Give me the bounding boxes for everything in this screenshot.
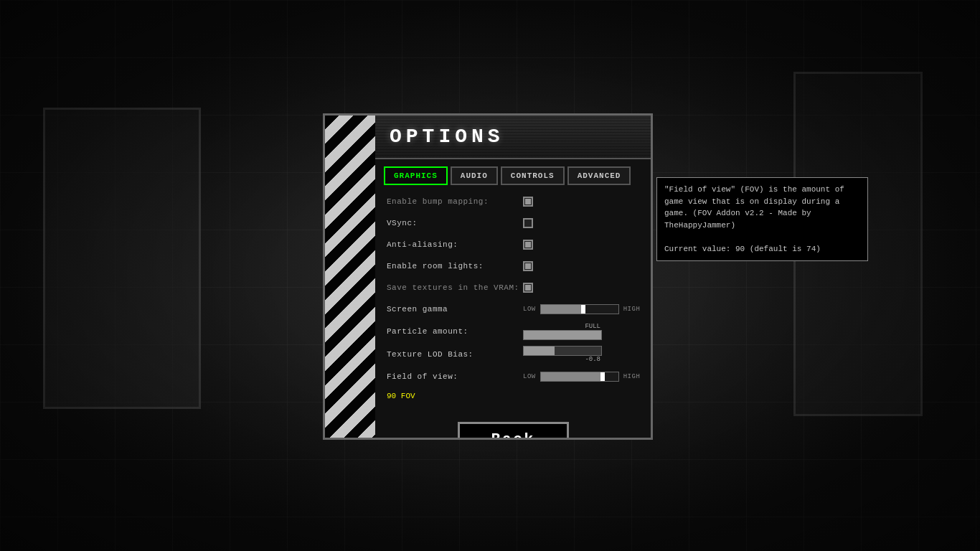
gamma-label: Screen gamma: [387, 305, 523, 314]
bump-mapping-label: Enable bump mapping:: [387, 197, 523, 206]
gamma-slider-container: LOW HIGH: [523, 304, 640, 314]
gamma-low-label: LOW: [523, 306, 536, 313]
vram-checkbox[interactable]: [523, 283, 533, 293]
gamma-row: Screen gamma LOW HIGH: [387, 301, 639, 317]
particle-slider[interactable]: [523, 330, 602, 340]
lod-slider[interactable]: [523, 346, 602, 356]
fov-current-value: 90 FOV: [387, 392, 415, 400]
antialiasing-row: Anti-aliasing:: [387, 237, 639, 253]
lod-row: Texture LOD Bias: -0.8: [387, 346, 639, 363]
fov-row: Field of view: LOW HIGH: [387, 369, 639, 385]
lod-slider-wrap: -0.8: [523, 346, 602, 363]
antialiasing-checkbox[interactable]: [523, 240, 533, 250]
back-button[interactable]: Back: [458, 422, 569, 440]
vsync-row: VSync:: [387, 215, 639, 231]
vram-row: Save textures in the VRAM:: [387, 280, 639, 296]
vram-label: Save textures in the VRAM:: [387, 283, 523, 292]
tooltip-line2: game view that is on display during a: [664, 197, 839, 206]
title-bar: OPTIONS: [375, 116, 651, 159]
fov-slider[interactable]: [540, 372, 619, 382]
particle-full-label: FULL: [585, 323, 600, 330]
bump-mapping-row: Enable bump mapping:: [387, 194, 639, 209]
lod-value-label: -0.8: [585, 356, 600, 363]
tab-controls[interactable]: CONTROLS: [501, 166, 565, 185]
antialiasing-label: Anti-aliasing:: [387, 240, 523, 249]
gamma-high-label: HIGH: [623, 306, 641, 313]
fov-low-label: LOW: [523, 373, 536, 380]
lod-label: Texture LOD Bias:: [387, 350, 523, 359]
fov-high-label: HIGH: [623, 373, 641, 380]
bump-mapping-checkbox[interactable]: [523, 197, 533, 207]
particle-label: Particle amount:: [387, 327, 523, 336]
tooltip-box: "Field of view" (FOV) is the amount of g…: [656, 177, 868, 261]
vsync-checkbox[interactable]: [523, 218, 533, 228]
tooltip-line6: Current value: 90 (default is 74): [664, 245, 821, 253]
tooltip-line1: "Field of view" (FOV) is the amount of: [664, 185, 844, 194]
dialog-inner: OPTIONS GRAPHICS AUDIO CONTROLS ADVANCED…: [375, 116, 651, 438]
tab-graphics[interactable]: GRAPHICS: [384, 166, 448, 185]
dialog-title: OPTIONS: [390, 126, 504, 148]
fov-value-row: 90 FOV: [387, 389, 639, 402]
fov-label: Field of view:: [387, 372, 523, 381]
settings-content: Enable bump mapping: VSync: Anti-aliasin…: [375, 185, 651, 415]
room-lights-row: Enable room lights:: [387, 258, 639, 274]
gamma-slider[interactable]: [540, 304, 619, 314]
tab-advanced[interactable]: ADVANCED: [567, 166, 631, 185]
fov-slider-container: LOW HIGH: [523, 372, 640, 382]
options-dialog: OPTIONS GRAPHICS AUDIO CONTROLS ADVANCED…: [323, 113, 653, 440]
room-lights-label: Enable room lights:: [387, 262, 523, 270]
door-left-decor: [43, 108, 201, 409]
tooltip-line4: TheHappyJammer): [664, 221, 735, 230]
back-btn-container: Back: [375, 415, 651, 440]
tabs-row: GRAPHICS AUDIO CONTROLS ADVANCED: [375, 159, 651, 185]
vsync-label: VSync:: [387, 219, 523, 227]
tooltip-line3: game. (FOV Addon v2.2 - Made by: [664, 209, 811, 217]
particle-row: Particle amount: FULL: [387, 323, 639, 340]
tab-audio[interactable]: AUDIO: [451, 166, 498, 185]
room-lights-checkbox[interactable]: [523, 261, 533, 271]
particle-slider-wrap: FULL: [523, 323, 602, 340]
